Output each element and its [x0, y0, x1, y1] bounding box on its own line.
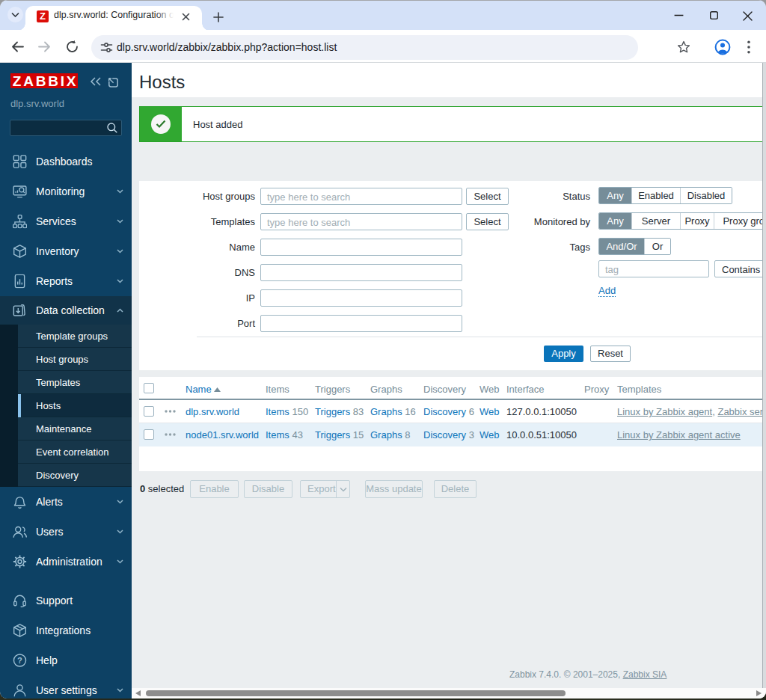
svg-text:?: ?	[17, 656, 22, 665]
